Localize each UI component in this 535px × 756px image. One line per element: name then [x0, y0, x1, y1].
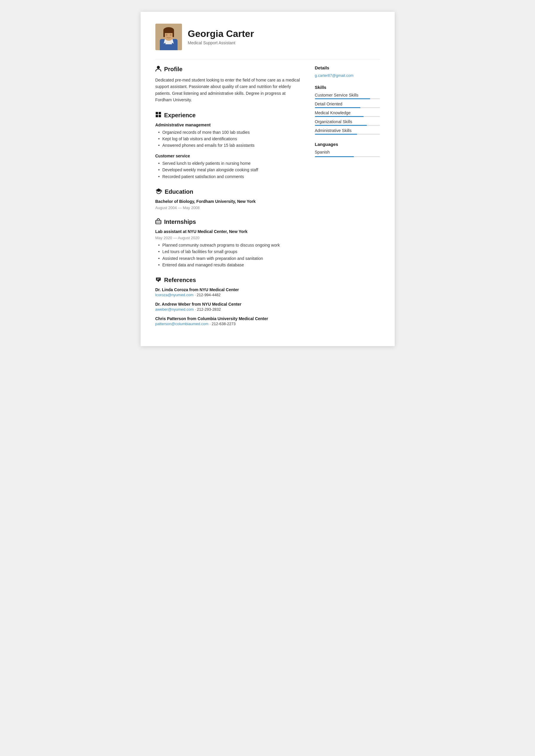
lang-bar-fill — [315, 156, 354, 157]
list-item: Served lunch to elderly patients in nurs… — [158, 160, 303, 167]
skill-name: Customer Service Skills — [315, 93, 380, 97]
skill-bar-fill — [315, 98, 370, 99]
experience-icon — [155, 112, 161, 119]
skills-section: Skills Customer Service SkillsDetail Ori… — [315, 85, 380, 135]
svg-rect-13 — [156, 112, 158, 114]
skill-item: Administrative Skills — [315, 128, 380, 135]
references-section: References Dr. Linda Coroza from NYU Med… — [155, 276, 303, 326]
list-item: Developed weekly meal plan alongside coo… — [158, 167, 303, 173]
ref-name: Dr. Linda Coroza from NYU Medical Center — [155, 287, 303, 292]
ref-name: Dr. Andrew Weber from NYU Medical Center — [155, 302, 303, 307]
ref-contact: patterson@columbiaumed.com · 212-638-227… — [155, 322, 303, 326]
candidate-name: Georgia Carter — [188, 29, 254, 39]
skill-name: Detail Oriented — [315, 102, 380, 106]
svg-point-8 — [166, 34, 167, 36]
skill-bar-fill — [315, 134, 357, 135]
job-bullets: Organized records of more than 100 lab s… — [155, 129, 303, 149]
languages-section: Languages Spanish — [315, 142, 380, 157]
skill-item: Customer Service Skills — [315, 93, 380, 99]
svg-rect-15 — [156, 115, 158, 117]
list-item: Answered phones and emails for 15 lab as… — [158, 142, 303, 148]
internship-title: Lab assistant at NYU Medical Center, New… — [155, 229, 303, 234]
experience-job: Administrative managementOrganized recor… — [155, 122, 303, 149]
list-item: Assisted research team with preparation … — [158, 255, 303, 262]
profile-icon — [155, 65, 161, 73]
header-divider — [155, 59, 380, 59]
list-item: Kept log of lab visitors and identificat… — [158, 136, 303, 142]
reference-item: Dr. Linda Coroza from NYU Medical Center… — [155, 287, 303, 297]
skill-item: Medical Knowledge — [315, 110, 380, 117]
internships-icon — [155, 218, 161, 226]
list-item: Led tours of lab facilities for small gr… — [158, 248, 303, 255]
experience-job: Customer serviceServed lunch to elderly … — [155, 153, 303, 180]
internship-bullets: Planned community outreach programs to d… — [155, 242, 303, 268]
list-item: Entered data and managed results databas… — [158, 262, 303, 268]
svg-rect-10 — [163, 32, 165, 37]
skill-bar-bg — [315, 116, 380, 117]
skill-bar-fill — [315, 116, 364, 117]
ref-email: aweber@nyumed.com — [155, 307, 194, 311]
profile-section: Profile Dedicated pre-med student lookin… — [155, 65, 303, 103]
skill-bar-bg — [315, 107, 380, 108]
svg-point-12 — [157, 66, 160, 69]
header-info: Georgia Carter Medical Support Assistant — [188, 29, 254, 45]
internship-items: Lab assistant at NYU Medical Center, New… — [155, 229, 303, 268]
skill-bar-bg — [315, 125, 380, 126]
skill-items: Customer Service SkillsDetail OrientedMe… — [315, 93, 380, 135]
svg-rect-14 — [159, 112, 161, 114]
ref-contact: aweber@nyumed.com · 212-293-2832 — [155, 307, 303, 311]
ref-email: lcoroza@nyumed.com — [155, 293, 194, 297]
internships-section: Internships Lab assistant at NYU Medical… — [155, 218, 303, 268]
resume-document: Georgia Carter Medical Support Assistant… — [141, 12, 395, 346]
skill-name: Administrative Skills — [315, 128, 380, 133]
references-icon — [155, 276, 161, 284]
candidate-title: Medical Support Assistant — [188, 40, 254, 45]
profile-title: Profile — [155, 65, 303, 73]
right-column: Details g.carter87@gmail.com Skills Cust… — [315, 65, 380, 334]
education-section: Education Bachelor of Biology, Fordham U… — [155, 188, 303, 210]
skill-bar-bg — [315, 134, 380, 135]
internships-title: Internships — [155, 218, 303, 226]
experience-jobs: Administrative managementOrganized recor… — [155, 122, 303, 180]
profile-text: Dedicated pre-med student looking to ent… — [155, 77, 303, 103]
language-name: Spanish — [315, 150, 380, 154]
skill-bar-fill — [315, 125, 367, 126]
contact-email: g.carter87@gmail.com — [315, 73, 380, 78]
job-title: Administrative management — [155, 122, 303, 127]
lang-bar-bg — [315, 156, 380, 157]
list-item: Organized records of more than 100 lab s… — [158, 129, 303, 136]
education-degree: Bachelor of Biology, Fordham University,… — [155, 199, 303, 204]
skills-title: Skills — [315, 85, 380, 90]
ref-name: Chris Patterson from Columbia University… — [155, 316, 303, 321]
skill-item: Detail Oriented — [315, 102, 380, 108]
skill-bar-fill — [315, 107, 360, 108]
references-title: References — [155, 276, 303, 284]
reference-items: Dr. Linda Coroza from NYU Medical Center… — [155, 287, 303, 326]
language-items: Spanish — [315, 150, 380, 157]
languages-title: Languages — [315, 142, 380, 147]
reference-item: Chris Patterson from Columbia University… — [155, 316, 303, 326]
svg-point-9 — [170, 34, 172, 36]
internship-dates: May 2020 — August 2020 — [155, 236, 303, 240]
skill-bar-bg — [315, 98, 380, 99]
language-item: Spanish — [315, 150, 380, 157]
education-dates: August 2004 — May 2008 — [155, 205, 303, 210]
avatar — [155, 24, 182, 50]
job-bullets: Served lunch to elderly patients in nurs… — [155, 160, 303, 180]
internship-item: Lab assistant at NYU Medical Center, New… — [155, 229, 303, 268]
skill-name: Organizational Skills — [315, 119, 380, 124]
experience-title: Experience — [155, 112, 303, 119]
skill-item: Organizational Skills — [315, 119, 380, 126]
education-icon — [155, 188, 162, 196]
experience-section: Experience Administrative managementOrga… — [155, 112, 303, 180]
job-title: Customer service — [155, 153, 303, 158]
list-item: Planned community outreach programs to d… — [158, 242, 303, 248]
details-section: Details g.carter87@gmail.com — [315, 65, 380, 78]
resume-header: Georgia Carter Medical Support Assistant — [155, 24, 380, 50]
svg-rect-16 — [159, 115, 161, 117]
svg-marker-21 — [157, 281, 159, 282]
left-column: Profile Dedicated pre-med student lookin… — [155, 65, 303, 334]
reference-item: Dr. Andrew Weber from NYU Medical Center… — [155, 302, 303, 311]
list-item: Recorded patient satisfaction and commen… — [158, 173, 303, 180]
main-content: Profile Dedicated pre-med student lookin… — [155, 65, 380, 334]
